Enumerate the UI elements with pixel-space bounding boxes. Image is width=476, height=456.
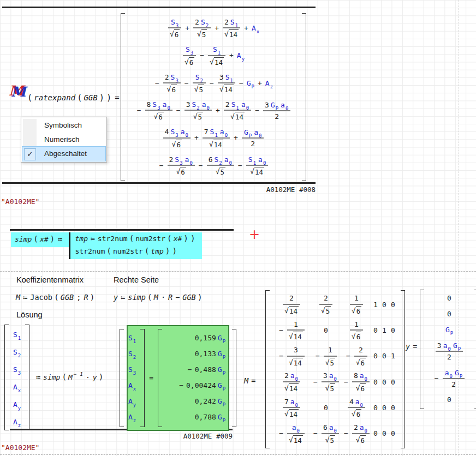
matrix-row: 2√142√51√6100 [273, 292, 397, 317]
matrix-cell: 0 [390, 301, 396, 309]
subscript: 0 [448, 346, 450, 352]
subscript: 0 [449, 374, 452, 380]
fraction-numerator: 3a0GP [436, 341, 463, 350]
sqrt-radical: √6 [176, 167, 186, 176]
fraction-numerator: 2a0 [352, 423, 370, 432]
fraction-denominator: √6 [165, 85, 178, 94]
m-matrix-label[interactable]: M= [243, 376, 258, 386]
matrix-row: 0,788GP [165, 410, 229, 425]
sqrt-radical: √5 [325, 358, 335, 367]
string-region-bottom[interactable]: "A0102ME" [1, 443, 39, 452]
sqrt-radical: √5 [325, 435, 335, 445]
matrix-cell: 0 [382, 429, 387, 438]
label-rechte-seite[interactable]: Rechte Seite [114, 275, 159, 284]
math-variable: GP [218, 381, 225, 390]
matrix-row: Ax [12, 379, 22, 396]
math-variable: S2 [13, 348, 21, 357]
y-vector-label[interactable]: y= [405, 342, 419, 351]
m-matrix-display[interactable]: 2√142√51√6100−1√1401√6010−3√14−1√5−2√600… [265, 290, 405, 448]
math-variable: GP [271, 101, 278, 110]
math-paren: ) [90, 292, 95, 302]
subscript: 1 [236, 105, 239, 111]
math-variable: Az [13, 418, 21, 427]
fraction-numerator: 2 [357, 346, 365, 355]
radical-sign-icon: √ [356, 436, 360, 445]
fraction-denominator: √6 [183, 57, 196, 67]
label-koeffizientenmatrix[interactable]: Koeffizientenmatrix [16, 275, 84, 284]
radicand: 6 [360, 435, 366, 445]
subscript: y [242, 56, 245, 62]
math-literal: 0 [382, 301, 386, 309]
math-operator: + [229, 51, 234, 60]
m-definition[interactable]: M≔Jacob(GGB;R) [15, 292, 96, 303]
math-literal: 3 [323, 371, 328, 380]
math-literal: 2 [354, 423, 358, 432]
matrix-cell: 0 [382, 404, 387, 412]
matrix-cell: 1√6 [348, 294, 365, 315]
solution-assignment[interactable]: S1S2S3AxAyAz ≔simp(M− 1·y) [4, 325, 104, 430]
math-operator: − [238, 161, 242, 170]
fraction-numerator: 4a0 [348, 398, 365, 406]
subscript: 3 [175, 133, 178, 139]
sqrt-radical: √5 [321, 306, 331, 315]
ratexpand-equation-lhs[interactable]: MM(ratexpand(GGB))= [9, 86, 122, 103]
fraction-denominator: √6 [170, 140, 183, 149]
string-region-top[interactable]: "A0102ME" [1, 197, 39, 206]
fraction-bar [287, 356, 305, 357]
solution-result-selected[interactable]: S1S2S3AxAyAz = 0,159GP0,133GP−0,488GP−0,… [127, 325, 229, 431]
label-loesung[interactable]: Lösung [16, 310, 43, 319]
sqrt-radical: √5 [194, 85, 204, 94]
math-literal: 0 [373, 326, 378, 335]
fraction-numerator: 1 [292, 320, 300, 329]
math-literal: 2 [289, 294, 294, 303]
radical-sign-icon: √ [170, 30, 174, 39]
radicand: 14 [224, 85, 234, 94]
math-variable: Ay [13, 400, 21, 409]
fraction-denominator: √5 [324, 435, 337, 445]
menu-item-numerisch[interactable]: Numerisch [22, 133, 105, 147]
matrix-row: −0,00424GP [165, 378, 229, 394]
fraction-numerator: 2S2 [193, 18, 211, 27]
math-literal: 3 [294, 346, 298, 355]
page-break-horizontal [0, 271, 476, 272]
math-fraction: 3S2a0√5 [185, 100, 212, 122]
subscript: z [18, 423, 21, 429]
math-fraction: 3a0GP2 [436, 341, 463, 362]
simp-definition[interactable]: simp(x#)≔ tmp≔str2num(num2str(x#)) str2n… [11, 232, 202, 259]
insert-cursor[interactable]: + [249, 228, 260, 241]
fraction-denominator: √5 [319, 306, 332, 315]
sqrt-radical: √6 [154, 112, 164, 121]
math-fraction: S3√6 [183, 45, 196, 67]
math-operator: − [176, 106, 181, 115]
math-operator: − [279, 326, 283, 335]
matrix-row: −0,488GP [165, 362, 229, 378]
ratexpand-result-matrix[interactable]: S3√6+2S2√5+2S1√14+AxS3√6−S1√14+Ay−2S3√6−… [121, 13, 306, 181]
subscript: P [223, 339, 225, 345]
math-identifier: M [244, 376, 248, 385]
radical-sign-icon: √ [352, 410, 356, 418]
menu-item-abgeschaltet[interactable]: ✓ Abgeschaltet [22, 147, 105, 161]
math-variable: GP [218, 413, 225, 422]
math-variable: Ay [128, 397, 136, 406]
fraction-denominator: √6 [168, 29, 181, 39]
math-variable: a0 [445, 369, 453, 377]
fraction-denominator: √6 [354, 435, 367, 445]
math-variable: a0 [254, 128, 261, 137]
subscript: P [460, 374, 462, 380]
y-vector-display[interactable]: 00GP3a0GP2−a0GP20 [420, 290, 476, 409]
math-literal: 1 [354, 294, 359, 303]
matrix-cell: −a0√14 [277, 423, 306, 445]
math-literal: 0,788 [195, 413, 216, 422]
menu-item-symbolisch[interactable]: Symbolisch [22, 118, 105, 133]
matrix-row: Ay [127, 394, 137, 410]
subscript: 2 [18, 353, 21, 359]
simp-body-line1: tmp≔str2num(num2str(x#)) [75, 234, 197, 244]
matrix-bracket-left [420, 290, 424, 409]
math-identifier: tmp [151, 247, 163, 255]
fraction-bar [168, 27, 181, 28]
matrix-row: −3√14−1√5−2√6001 [273, 344, 397, 369]
math-identifier: GGB [84, 93, 97, 102]
simp-lhs: simp(x#)≔ [11, 232, 69, 247]
fraction-bar [350, 304, 363, 305]
y-definition[interactable]: y≔simp(M·R−GGB) [113, 292, 204, 303]
